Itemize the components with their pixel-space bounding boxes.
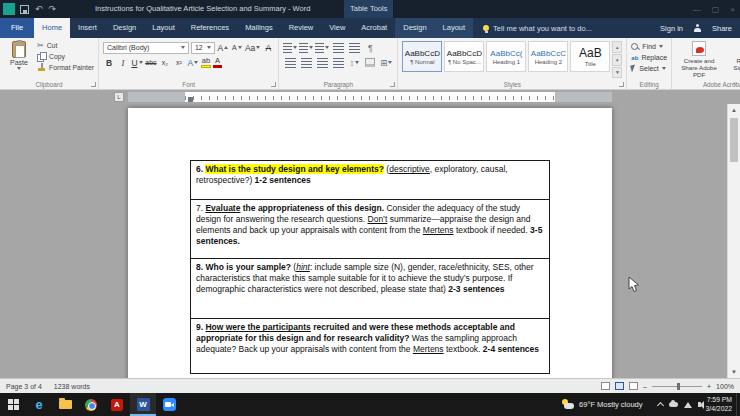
- taskbar-clock[interactable]: 7:59 PM 3/4/2022: [706, 396, 736, 414]
- font-family-combo[interactable]: Calibri (Body): [103, 42, 189, 54]
- tab-file[interactable]: File: [0, 18, 34, 38]
- vertical-scrollbar[interactable]: ▲ ▼: [727, 104, 740, 378]
- scroll-down-button[interactable]: ▼: [728, 366, 740, 378]
- font-dialog-launcher[interactable]: [271, 82, 276, 87]
- highlight-button[interactable]: ab: [201, 57, 211, 68]
- table-row-q6[interactable]: 6. What is the study design and key elem…: [190, 160, 550, 200]
- paragraph-dialog-launcher[interactable]: [390, 82, 395, 87]
- tab-selector-button[interactable]: L: [114, 92, 124, 102]
- bullets-button[interactable]: [283, 41, 297, 54]
- document-page[interactable]: 6. What is the study design and key elem…: [128, 108, 612, 378]
- font-size-combo[interactable]: 12: [191, 42, 215, 54]
- style-heading-2[interactable]: AaBbCcC Heading 2: [528, 41, 568, 72]
- format-painter-button[interactable]: Format Painter: [37, 63, 94, 72]
- tab-review[interactable]: Review: [281, 18, 322, 38]
- multilevel-list-button[interactable]: [315, 41, 329, 54]
- tab-acrobat[interactable]: Acrobat: [353, 18, 395, 38]
- style-normal[interactable]: AaBbCcD ¶ Normal: [402, 41, 442, 72]
- table-row-q7[interactable]: 7. Evaluate the appropriateness of this …: [190, 199, 550, 259]
- align-center-button[interactable]: [299, 56, 313, 69]
- styles-gallery-more-button[interactable]: ▼: [612, 67, 622, 79]
- increase-indent-button[interactable]: [347, 41, 361, 54]
- justify-button[interactable]: [331, 56, 345, 69]
- sign-in-link[interactable]: Sign in: [660, 24, 683, 33]
- share-button[interactable]: Share: [712, 24, 732, 33]
- tab-layout[interactable]: Layout: [144, 18, 183, 38]
- onedrive-icon[interactable]: [669, 402, 678, 407]
- minimize-button[interactable]: —: [693, 5, 701, 14]
- replace-button[interactable]: ab Replace: [631, 53, 667, 62]
- web-layout-button[interactable]: [629, 382, 638, 390]
- strikethrough-button[interactable]: abc: [145, 56, 157, 69]
- decrease-indent-button[interactable]: [331, 41, 345, 54]
- zoom-slider[interactable]: [652, 386, 702, 387]
- word-count[interactable]: 1238 words: [54, 383, 90, 390]
- line-spacing-button[interactable]: ↕: [347, 56, 361, 69]
- font-color-button[interactable]: A: [213, 57, 222, 68]
- styles-dialog-launcher[interactable]: [619, 82, 624, 87]
- scrollbar-thumb[interactable]: [730, 118, 738, 162]
- zoom-level[interactable]: 100%: [716, 383, 734, 390]
- taskbar-edge[interactable]: e: [26, 393, 52, 416]
- tab-view[interactable]: View: [321, 18, 353, 38]
- tab-design[interactable]: Design: [105, 18, 144, 38]
- copy-button[interactable]: Copy: [37, 52, 94, 61]
- taskbar-word[interactable]: W: [130, 393, 156, 416]
- taskbar-acrobat[interactable]: A: [104, 393, 130, 416]
- taskbar-chrome[interactable]: [78, 393, 104, 416]
- styles-gallery-down-button[interactable]: ▾: [612, 54, 622, 66]
- create-share-pdf-button[interactable]: Create and Share Adobe PDF: [676, 41, 722, 78]
- start-button[interactable]: [0, 393, 26, 416]
- align-left-button[interactable]: [283, 56, 297, 69]
- tab-references[interactable]: References: [183, 18, 237, 38]
- style-title[interactable]: AaB Title: [570, 41, 610, 72]
- indent-marker[interactable]: [188, 97, 193, 102]
- show-desktop-button[interactable]: [736, 393, 740, 416]
- tab-mailings[interactable]: Mailings: [237, 18, 281, 38]
- tab-table-design[interactable]: Design: [395, 18, 434, 38]
- shading-button[interactable]: [363, 56, 377, 69]
- tray-expand-icon[interactable]: [656, 402, 663, 409]
- show-hide-button[interactable]: ¶: [363, 41, 377, 54]
- borders-button[interactable]: ⊞: [379, 56, 393, 69]
- weather-widget[interactable]: 69°F Mostly cloudy: [561, 399, 652, 410]
- horizontal-ruler[interactable]: [128, 92, 612, 102]
- collapse-ribbon-button[interactable]: ^: [733, 81, 736, 88]
- tell-me-box[interactable]: Tell me what you want to do...: [483, 18, 592, 38]
- align-right-button[interactable]: [315, 56, 329, 69]
- read-mode-button[interactable]: [601, 382, 610, 390]
- scroll-up-button[interactable]: ▲: [728, 104, 740, 116]
- volume-icon[interactable]: [698, 402, 701, 407]
- tab-table-layout[interactable]: Layout: [435, 18, 474, 38]
- italic-button[interactable]: I: [117, 56, 129, 69]
- text-effects-button[interactable]: A: [187, 56, 199, 69]
- taskbar-file-explorer[interactable]: [52, 393, 78, 416]
- select-button[interactable]: Select: [631, 64, 667, 73]
- maximize-button[interactable]: ▢: [712, 5, 720, 14]
- grow-font-button[interactable]: A: [217, 41, 229, 54]
- bold-button[interactable]: B: [103, 56, 115, 69]
- clipboard-dialog-launcher[interactable]: [91, 82, 96, 87]
- numbering-button[interactable]: [299, 41, 313, 54]
- underline-button[interactable]: U: [131, 56, 143, 69]
- style-heading-1[interactable]: AaBbCc( Heading 1: [486, 41, 526, 72]
- tab-insert[interactable]: Insert: [70, 18, 105, 38]
- change-case-button[interactable]: Aa: [245, 41, 260, 54]
- taskbar-zoom[interactable]: [156, 393, 182, 416]
- tab-home[interactable]: Home: [34, 18, 70, 38]
- close-button[interactable]: ×: [730, 5, 735, 14]
- zoom-out-button[interactable]: –: [643, 383, 647, 390]
- request-signatures-button[interactable]: Request Signatures: [725, 41, 740, 78]
- table-row-q8[interactable]: 8. Who is your sample? (hint: include sa…: [190, 258, 550, 319]
- cut-button[interactable]: ✂ Cut: [37, 41, 94, 50]
- shrink-font-button[interactable]: A: [231, 41, 243, 54]
- zoom-slider-knob[interactable]: [677, 383, 680, 390]
- styles-gallery-up-button[interactable]: ▴: [612, 41, 622, 53]
- wifi-icon[interactable]: [684, 402, 692, 408]
- clear-formatting-button[interactable]: A: [262, 41, 274, 54]
- paste-button[interactable]: Paste: [4, 41, 34, 78]
- print-layout-button[interactable]: [615, 382, 624, 390]
- table-row-q9[interactable]: 9. How were the participants recruited a…: [190, 318, 550, 374]
- find-button[interactable]: Find: [631, 42, 667, 51]
- superscript-button[interactable]: x²: [173, 56, 185, 69]
